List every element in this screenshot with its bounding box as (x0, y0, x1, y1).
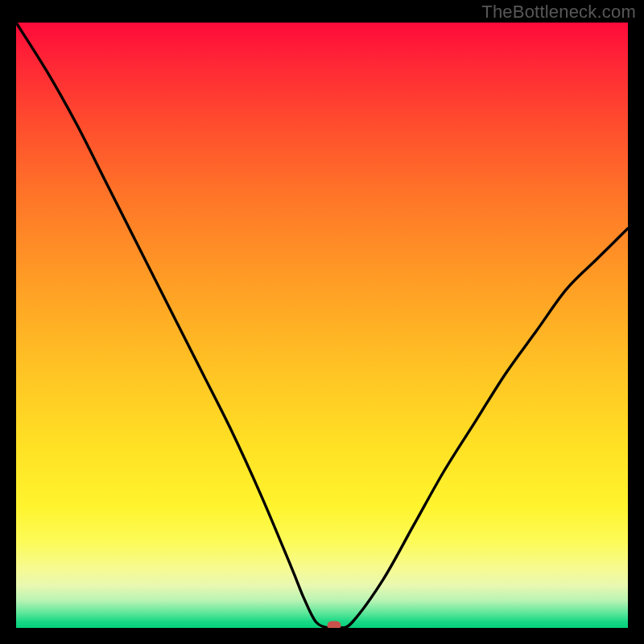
selected-point-marker (328, 621, 341, 629)
chart-frame: TheBottleneck.com (0, 0, 644, 644)
watermark-text: TheBottleneck.com (481, 2, 636, 23)
bottleneck-curve-path (16, 23, 628, 628)
bottleneck-curve-svg (16, 23, 628, 628)
plot-area (16, 23, 628, 628)
